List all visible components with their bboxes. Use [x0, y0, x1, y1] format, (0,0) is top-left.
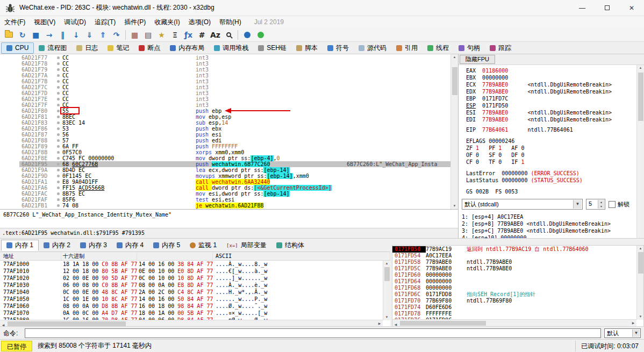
disasm-row[interactable]: 6AD21F8055push ebp	[0, 108, 450, 114]
scroll-down-icon[interactable]: ▼	[637, 314, 644, 320]
menu-item-1[interactable]: 视图(V)	[30, 16, 60, 28]
scroll-right-icon[interactable]: ▶	[630, 320, 636, 326]
pattern-find-icon[interactable]	[222, 29, 235, 41]
breakpoint-dot[interactable]	[54, 78, 62, 84]
disasm-row[interactable]: 6AD21F79CCint3	[0, 67, 450, 73]
scroll-up-icon[interactable]: ▲	[383, 261, 390, 267]
menu-item-0[interactable]: 文件(F)	[0, 16, 30, 28]
disasm-row[interactable]: 6AD21F8857push edi	[0, 138, 450, 143]
stack-row[interactable]: 0171FD54A0C17EEA	[392, 253, 637, 259]
unlock-checkbox[interactable]: 解锁	[609, 200, 629, 209]
tab-log[interactable]: 日志	[71, 42, 103, 54]
tab-notes[interactable]: 笔记	[103, 42, 134, 54]
tab-dump-5[interactable]: 内存 5	[148, 240, 185, 251]
register-line[interactable]: ECX 77B9ABE0 <ntdll.DbgUiRemoteBreakin>	[466, 81, 635, 88]
stack-row[interactable]: 0171FD6400000000	[392, 278, 637, 285]
stack-panel[interactable]: 0171FD5077B9AC19返回到 ntdll.77B9AC19 自 ntd…	[392, 245, 644, 327]
scrollbar-thumb[interactable]	[8, 321, 126, 326]
argument-line[interactable]: 2: [esp+8] 77B9ABE0 <ntdll.DbgUiRemoteBr…	[462, 220, 635, 227]
register-line[interactable]: EAX 01186000	[466, 67, 635, 74]
register-line[interactable]: ESP 0171FD50	[466, 102, 635, 109]
stop-icon[interactable]: ■	[29, 29, 42, 41]
restart-icon[interactable]: ↻	[16, 29, 29, 41]
tab-memory-map[interactable]: 内存布局	[165, 42, 209, 54]
favourites-icon[interactable]: ★	[155, 29, 168, 41]
dump-row[interactable]: 77AF102002 00 0E 00 90 5D AF 770C 00 10 …	[0, 275, 383, 282]
tab-watch-1[interactable]: 监视 1	[185, 240, 221, 251]
disasm-row[interactable]: 6AD21F896A FFpush FFFFFFFF	[0, 143, 450, 149]
breakpoint-dot[interactable]	[54, 155, 62, 161]
hide-fpu-button[interactable]: 隐藏FPU	[460, 55, 495, 64]
breakpoint-dot[interactable]	[54, 138, 62, 143]
dump-row[interactable]: 77AF101012 00 18 00 80 5B AF 770E 00 10 …	[0, 268, 383, 275]
dump-row[interactable]: 77AF103006 00 08 00 C0 8B AF 7708 00 0A …	[0, 282, 383, 289]
disasm-row[interactable]: 6AD21F9568 60C2776Bpush wechatwin.6B77C2…	[0, 161, 450, 167]
breakpoint-dot[interactable]	[54, 161, 62, 167]
register-line[interactable]: LastStatus 00000000 (STATUS_SUCCESS)	[466, 177, 635, 184]
tab-dump-2[interactable]: 内存 2	[39, 240, 75, 251]
step-into-icon[interactable]: ↓	[69, 29, 83, 41]
breakpoint-dot[interactable]	[54, 185, 62, 191]
scrollbar-thumb[interactable]	[638, 73, 643, 121]
breakpoint-hash-icon[interactable]: #	[195, 29, 209, 41]
disasm-row[interactable]: 6AD21F8EC745 FC 00000000mov dword ptr ss…	[0, 155, 450, 161]
breakpoint-dot[interactable]	[54, 96, 62, 102]
tab-references[interactable]: 引用	[391, 42, 423, 54]
menu-item-5[interactable]: 收藏夹(I)	[150, 16, 184, 28]
tab-threads[interactable]: 线程	[423, 42, 454, 54]
stack-row[interactable]: 0171FD6800000000	[392, 285, 637, 291]
status-ready-icon[interactable]	[254, 29, 267, 41]
memory-map-icon[interactable]: ▤	[141, 29, 155, 41]
tab-dump-1[interactable]: 内存 1	[1, 240, 39, 251]
stack-row[interactable]: 0171FD6C0171FDD8指向SEH_Record[1]的指针	[392, 291, 637, 298]
register-line[interactable]: EIP 77B64061 ntdll.77B64061	[466, 126, 635, 133]
help-icon[interactable]	[240, 29, 254, 41]
tab-breakpoints[interactable]: 断点	[134, 42, 165, 54]
dump-row[interactable]: 77AF10400C 00 0E 00 48 8C AF 772A 00 2C …	[0, 289, 383, 296]
menu-item-4[interactable]: 插件(P)	[120, 16, 150, 28]
disasm-row[interactable]: 6AD21F8756push esi	[0, 132, 450, 138]
dump-vertical-scrollbar[interactable]: ▲ ▼	[383, 261, 390, 320]
tab-dump-4[interactable]: 内存 4	[112, 240, 148, 251]
register-line[interactable]: EBP 0171FD7C	[466, 95, 635, 102]
tab-struct[interactable]: 结构体	[271, 240, 309, 251]
stack-row[interactable]: 0171FD6000000000	[392, 272, 637, 278]
dump-row[interactable]: 77AF10700A 00 0C 00 A4 D7 AF 7718 00 1A …	[0, 310, 383, 317]
open-file-icon[interactable]	[2, 29, 16, 41]
disasm-row[interactable]: 6AD21F8383EC 14sub esp,14	[0, 120, 450, 126]
disasm-row[interactable]: 6AD21F7BCCint3	[0, 78, 450, 84]
stack-row[interactable]: 0171FD5877B9ABE0ntdll.77B9ABE0	[392, 259, 637, 265]
disasm-row[interactable]: 6AD21FA1E8 9A04D1FFcall wechatwin.6AA324…	[0, 179, 450, 185]
memory-dump-panel[interactable]: 地址 十六进制 ASCII 77AF100018 1A 18 00 C0 8B …	[0, 252, 390, 327]
tab-call-stack[interactable]: 调用堆栈	[209, 42, 253, 54]
dump-row[interactable]: 77AF106008 00 0A 00 D8 8B AF 7716 00 18 …	[0, 303, 383, 310]
argument-line[interactable]: 3: [esp+C] 77B9ABE0 <ntdll.DbgUiRemoteBr…	[462, 227, 635, 234]
disasm-row[interactable]: 6AD21F818BECmov ebp,esp	[0, 114, 450, 120]
scrollbar-thumb[interactable]	[452, 67, 457, 95]
disasm-row[interactable]: 6AD21F77CCint3	[0, 55, 450, 61]
argument-line[interactable]: 1: [esp+4] A0C17EEA	[462, 213, 635, 220]
stack-horizontal-scrollbar[interactable]: ◀ ▶	[392, 319, 636, 326]
calculator-icon[interactable]: ƒx	[182, 29, 195, 41]
breakpoint-dot[interactable]	[54, 167, 62, 173]
scroll-up-icon[interactable]: ▲	[637, 246, 644, 252]
disasm-row[interactable]: 6AD21F9D0F1145 ECmovups xmmword ptr ss:[…	[0, 173, 450, 179]
scrollbar-thumb[interactable]	[384, 267, 390, 281]
tab-trace[interactable]: 跟踪	[485, 42, 516, 54]
stack-row[interactable]: 0171FD5C77B9ABE0ntdll.77B9ABE0	[392, 265, 637, 272]
menu-item-3[interactable]: 追踪(T)	[90, 16, 120, 28]
maximize-button[interactable]	[595, 0, 619, 16]
tab-locals[interactable]: [x=]局部变量	[221, 240, 271, 251]
command-profile-select[interactable]: 默认 ▼	[604, 328, 641, 338]
disasm-row[interactable]: 6AD21FAC8B75 ECmov esi,dword ptr ss:[ebp…	[0, 191, 450, 197]
close-button[interactable]: ✕	[619, 0, 644, 16]
tab-source[interactable]: 源代码	[354, 42, 391, 54]
stack-row[interactable]: 0171FD5077B9AC19返回到 ntdll.77B9AC19 自 ntd…	[392, 246, 637, 253]
register-line[interactable]: ESI 77B9ABE0 <ntdll.DbgUiRemoteBreakin>	[466, 109, 635, 116]
disasm-row[interactable]: 6AD21F7ACCint3	[0, 73, 450, 78]
breakpoint-dot[interactable]	[54, 173, 62, 179]
breakpoint-dot[interactable]	[54, 143, 62, 149]
tab-graph[interactable]: 流程图	[34, 42, 71, 54]
tab-seh[interactable]: SEH链	[253, 42, 291, 54]
scrollbar-thumb[interactable]	[638, 252, 643, 274]
